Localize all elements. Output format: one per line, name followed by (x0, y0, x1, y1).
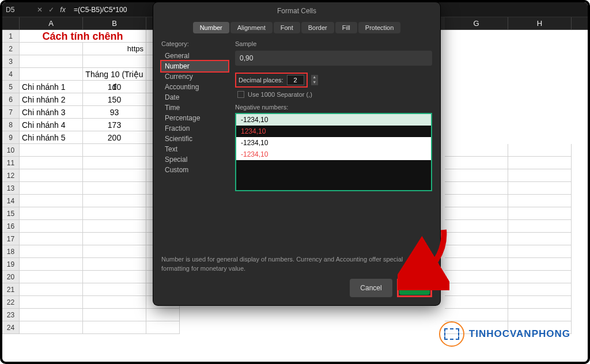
cell-subtitle[interactable]: https (83, 43, 146, 55)
row-header[interactable]: 9 (2, 131, 20, 144)
cancel-button[interactable]: Cancel (350, 279, 392, 297)
col-header[interactable]: A (20, 17, 83, 29)
sample-value: 0,90 (235, 51, 432, 66)
chevron-down-icon[interactable]: ▼ (311, 80, 318, 85)
cell[interactable]: Chi nhánh 3 (20, 106, 83, 119)
cell-header[interactable]: Tháng 10 (Triệu đ (83, 68, 146, 81)
row-header[interactable]: 4 (2, 68, 20, 81)
row-header[interactable]: 2 (2, 43, 20, 55)
cell[interactable]: Chi nhánh 5 (20, 131, 83, 144)
cell[interactable]: Chi nhánh 2 (20, 93, 83, 106)
cancel-formula-icon[interactable]: ✕ (36, 6, 44, 14)
name-box[interactable]: D5 (2, 6, 32, 14)
format-cells-dialog: Format Cells Number Alignment Font Borde… (153, 2, 440, 305)
category-item-special[interactable]: Special (161, 154, 228, 165)
row-header[interactable]: 8 (2, 119, 20, 131)
category-item-percentage[interactable]: Percentage (161, 113, 228, 123)
ok-button[interactable]: OK (399, 281, 430, 295)
row-header[interactable]: 19 (2, 258, 20, 271)
category-item-currency[interactable]: Currency (161, 71, 228, 82)
col-header[interactable]: G (445, 17, 508, 29)
category-item-date[interactable]: Date (161, 92, 228, 103)
cell[interactable]: 150 (83, 93, 146, 106)
confirm-formula-icon[interactable]: ✓ (47, 6, 55, 14)
category-item-text[interactable]: Text (161, 144, 228, 154)
tab-alignment[interactable]: Alignment (230, 22, 273, 33)
col-header[interactable]: H (508, 17, 572, 29)
negative-option[interactable]: -1234,10 (236, 137, 431, 149)
tab-border[interactable]: Border (301, 22, 334, 33)
cell[interactable]: 93 (83, 106, 146, 119)
watermark: TINHOCVANPHONG (439, 321, 570, 347)
row-header[interactable]: 22 (2, 296, 20, 309)
decimal-places-label: Decimal places: (239, 77, 283, 84)
decimal-places-input[interactable]: 2 (287, 75, 304, 85)
row-header[interactable]: 23 (2, 309, 20, 321)
negative-option[interactable]: -1234,10 (236, 114, 431, 126)
negative-option[interactable]: 1234,10 (236, 126, 431, 137)
thousand-separator-label: Use 1000 Separator (,) (248, 91, 312, 98)
tab-protection[interactable]: Protection (358, 22, 401, 33)
row-header[interactable]: 16 (2, 220, 20, 233)
category-item-accounting[interactable]: Accounting (161, 82, 228, 92)
row-header[interactable]: 12 (2, 169, 20, 182)
chevron-up-icon[interactable]: ▲ (311, 75, 318, 80)
row-header[interactable]: 7 (2, 106, 20, 119)
category-item-fraction[interactable]: Fraction (161, 123, 228, 134)
tab-font[interactable]: Font (274, 22, 300, 33)
category-list[interactable]: General Number Currency Accounting Date … (161, 51, 228, 175)
row-header[interactable]: 5 (2, 81, 20, 93)
negative-option[interactable]: -1234,10 (236, 149, 431, 160)
category-label: Category: (161, 40, 228, 47)
cell[interactable]: 110 (83, 81, 146, 93)
formula-input[interactable]: =(C5-B5)/C5*100 (70, 6, 127, 14)
row-header[interactable]: 15 (2, 207, 20, 220)
category-item-number[interactable]: Number (160, 60, 229, 73)
row-header[interactable]: 14 (2, 195, 20, 207)
row-header[interactable]: 3 (2, 55, 20, 68)
dialog-description: Number is used for general display of nu… (161, 255, 432, 273)
cell-title[interactable]: Cách tính chênh (20, 30, 146, 43)
thousand-separator-checkbox[interactable] (237, 91, 244, 98)
cell[interactable]: Chi nhánh 1 (20, 81, 83, 93)
row-header[interactable]: 11 (2, 157, 20, 169)
row-header[interactable]: 24 (2, 321, 20, 334)
cell[interactable]: Chi nhánh 4 (20, 119, 83, 131)
category-item-scientific[interactable]: Scientific (161, 134, 228, 144)
decimal-stepper[interactable]: ▲▼ (311, 75, 318, 85)
col-header[interactable]: B (83, 17, 146, 29)
row-header[interactable]: 1 (2, 30, 20, 43)
dialog-title: Format Cells (153, 2, 440, 22)
row-header[interactable]: 13 (2, 182, 20, 195)
cell[interactable]: 200 (83, 131, 146, 144)
negative-numbers-list[interactable]: -1234,10 1234,10 -1234,10 -1234,10 (235, 113, 432, 191)
watermark-text: TINHOCVANPHONG (469, 328, 570, 340)
row-header[interactable]: 17 (2, 233, 20, 245)
row-header[interactable]: 10 (2, 144, 20, 157)
row-header[interactable]: 18 (2, 245, 20, 258)
tab-fill[interactable]: Fill (335, 22, 357, 33)
row-header[interactable]: 6 (2, 93, 20, 106)
row-header[interactable]: 21 (2, 283, 20, 296)
row-header[interactable]: 20 (2, 271, 20, 283)
category-item-time[interactable]: Time (161, 103, 228, 113)
fx-icon[interactable]: fx (59, 6, 67, 14)
cell[interactable]: 173 (83, 119, 146, 131)
tab-number[interactable]: Number (193, 22, 229, 33)
watermark-logo-icon (439, 321, 464, 347)
category-item-custom[interactable]: Custom (161, 165, 228, 175)
sample-label: Sample (235, 40, 432, 47)
negative-numbers-label: Negative numbers: (235, 104, 432, 111)
dialog-tabs: Number Alignment Font Border Fill Protec… (153, 22, 440, 33)
